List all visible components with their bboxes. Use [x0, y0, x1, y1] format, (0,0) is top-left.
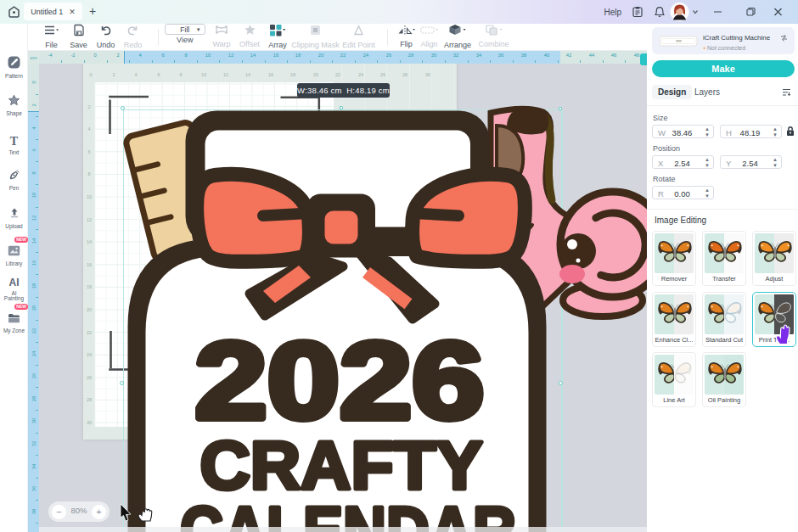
svg-text:CRAFTY: CRAFTY — [200, 428, 483, 503]
svg-text:2026: 2026 — [195, 320, 485, 441]
